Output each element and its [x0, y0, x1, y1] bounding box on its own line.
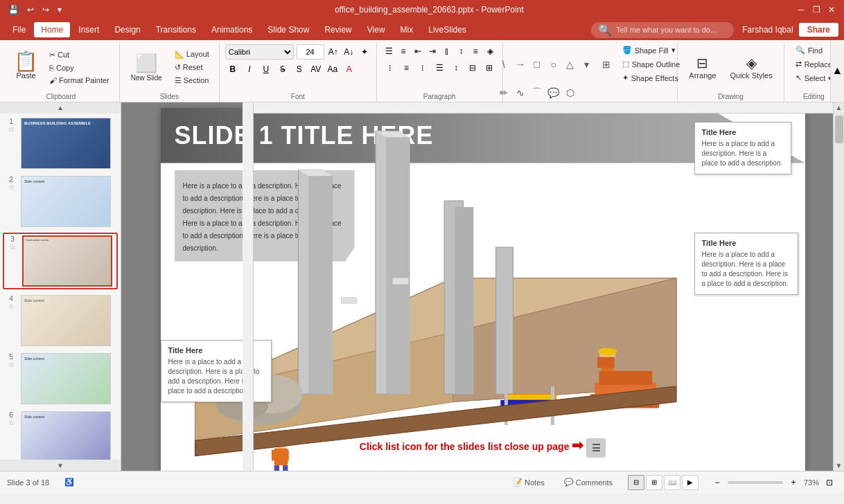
zoom-level[interactable]: 73%: [804, 478, 819, 487]
slide-item-5[interactable]: 5 ☆ Slide content: [3, 352, 118, 406]
italic-button[interactable]: I: [242, 62, 257, 76]
slide-sorter-button[interactable]: ⊞: [646, 475, 662, 490]
menu-view[interactable]: View: [360, 22, 392, 37]
slide-item-1[interactable]: 1 ☆ BUSINESS BUILDING ASSEMBLE: [3, 116, 118, 170]
menu-insert[interactable]: Insert: [71, 22, 106, 37]
increase-indent-button[interactable]: ⇥: [425, 44, 439, 58]
smartart-button[interactable]: ◈: [484, 44, 497, 58]
close-button[interactable]: ✕: [825, 4, 838, 15]
text-direction-button[interactable]: ↕: [455, 44, 468, 58]
save-button[interactable]: 💾: [6, 3, 21, 16]
font-family-selector[interactable]: Calibri: [225, 44, 294, 60]
zoom-in-button[interactable]: +: [786, 476, 801, 489]
minimize-button[interactable]: ─: [794, 4, 808, 15]
align-center-button[interactable]: ≡: [399, 61, 414, 75]
shape-callout-button[interactable]: 💬: [546, 85, 561, 100]
shape-curve-button[interactable]: ∿: [513, 85, 528, 100]
slide-item-6[interactable]: 6 ☆ Slide content: [3, 410, 118, 460]
format-painter-button[interactable]: 🖌 Format Painter: [45, 75, 114, 86]
increase-font-size-button[interactable]: A↑: [327, 45, 340, 59]
arrange-button-small[interactable]: ⊞: [599, 57, 614, 72]
shapes-more-button[interactable]: ▾: [579, 57, 595, 72]
customize-qat-button[interactable]: ▾: [55, 3, 64, 16]
layout-button[interactable]: 📐 Layout: [170, 48, 213, 60]
ribbon-expand-button[interactable]: ▲: [830, 40, 844, 101]
slide-item-4[interactable]: 4 ☆ Slide content: [3, 294, 118, 348]
menu-transitions[interactable]: Transitions: [149, 22, 203, 37]
new-slide-button[interactable]: ⬜ New Slide: [125, 50, 168, 84]
paste-button[interactable]: 📋 Paste: [8, 49, 44, 86]
slides-scroll-up-button[interactable]: ▲: [0, 102, 121, 114]
numbered-list-button[interactable]: ≡: [397, 44, 410, 58]
slideshow-button[interactable]: ▶: [682, 475, 698, 490]
shape-outline-button[interactable]: ⬚ Shape Outline: [618, 58, 685, 70]
menu-liveslides[interactable]: LiveSlides: [421, 22, 473, 37]
font-size-input[interactable]: [297, 44, 324, 60]
help-search-input[interactable]: [616, 26, 727, 34]
scroll-thumb[interactable]: [835, 116, 843, 143]
menu-slideshow[interactable]: Slide Show: [261, 22, 316, 37]
menu-animations[interactable]: Animations: [204, 22, 259, 37]
shadow-button[interactable]: S: [292, 62, 307, 76]
redo-button[interactable]: ↪: [39, 3, 52, 16]
accessibility-button[interactable]: ♿: [60, 476, 78, 488]
zoom-slider[interactable]: [728, 481, 783, 484]
normal-view-button[interactable]: ⊟: [628, 475, 644, 490]
vertical-scrollbar[interactable]: ▲ ▼: [833, 102, 844, 471]
scroll-down-arrow[interactable]: ▼: [834, 460, 844, 471]
change-case-button[interactable]: Aa: [325, 62, 340, 76]
align-right-button[interactable]: ⫶: [415, 61, 430, 75]
decrease-font-size-button[interactable]: A↓: [342, 45, 355, 59]
line-spacing-button[interactable]: ↕: [448, 61, 464, 75]
menu-review[interactable]: Review: [317, 22, 358, 37]
shape-oval-button[interactable]: ○: [546, 57, 561, 72]
comments-button[interactable]: 💬 Comments: [560, 476, 617, 488]
character-spacing-button[interactable]: AV: [308, 62, 324, 76]
copy-button[interactable]: ⎘ Copy: [45, 62, 114, 73]
strikethrough-button[interactable]: S̶: [275, 62, 290, 76]
shape-effects-button[interactable]: ✦ Shape Effects: [618, 72, 685, 84]
menu-file[interactable]: File: [6, 22, 33, 37]
slide-item-2[interactable]: 2 ☆ Slide content: [3, 174, 118, 228]
arrange-big-button[interactable]: ⊟ Arrange: [683, 52, 721, 82]
justify-button[interactable]: ☰: [432, 61, 447, 75]
slides-scroll-down-button[interactable]: ▼: [0, 460, 121, 471]
zoom-out-button[interactable]: −: [710, 476, 725, 489]
section-button[interactable]: ☰ Section: [170, 75, 213, 87]
reset-button[interactable]: ↺ Reset: [170, 62, 213, 73]
fit-slide-button[interactable]: ⊡: [822, 476, 837, 489]
shape-arrow-button[interactable]: →: [513, 57, 528, 72]
shape-line-button[interactable]: \: [496, 57, 511, 72]
shape-polygon-button[interactable]: ⬡: [563, 85, 578, 100]
font-color-button[interactable]: A: [342, 62, 357, 76]
columns-button[interactable]: ⫿: [440, 44, 453, 58]
cut-button[interactable]: ✂ Cut: [45, 49, 114, 61]
align-left-button[interactable]: ⫶: [383, 61, 398, 75]
clear-format-button[interactable]: ✦: [358, 45, 370, 59]
shape-connector-button[interactable]: ⌒: [529, 85, 545, 100]
slide-canvas[interactable]: SLIDE 1 TITLE HERE Here is a place to ad…: [161, 108, 805, 471]
reading-view-button[interactable]: 📖: [664, 475, 680, 490]
paragraph-spacing-button[interactable]: ⊞: [482, 61, 497, 75]
decrease-indent-button[interactable]: ⇤: [411, 44, 424, 58]
menu-home[interactable]: Home: [34, 22, 70, 37]
restore-button[interactable]: ❐: [809, 4, 823, 15]
share-button[interactable]: Share: [799, 23, 838, 37]
scroll-up-arrow[interactable]: ▲: [834, 102, 844, 113]
shape-triangle-button[interactable]: △: [563, 57, 578, 72]
shape-fill-button[interactable]: 🪣 Shape Fill ▾: [618, 44, 685, 56]
menu-design[interactable]: Design: [107, 22, 147, 37]
menu-mix[interactable]: Mix: [394, 22, 421, 37]
notes-button[interactable]: 📝 Notes: [509, 476, 549, 488]
shape-rect-button[interactable]: □: [529, 57, 545, 72]
quick-styles-big-button[interactable]: ◈ Quick Styles: [725, 52, 778, 82]
bold-button[interactable]: B: [225, 62, 240, 76]
underline-button[interactable]: U: [258, 62, 274, 76]
slide-item-3[interactable]: 3 ☆ Construction scene: [3, 233, 118, 289]
column-layout-button[interactable]: ⊟: [465, 61, 480, 75]
help-search[interactable]: 🔍: [591, 22, 734, 38]
align-text-button[interactable]: ≡: [469, 44, 482, 58]
undo-button[interactable]: ↩: [24, 3, 37, 16]
shape-pen-button[interactable]: ✏: [496, 85, 511, 100]
bullets-button[interactable]: ☰: [383, 44, 396, 58]
